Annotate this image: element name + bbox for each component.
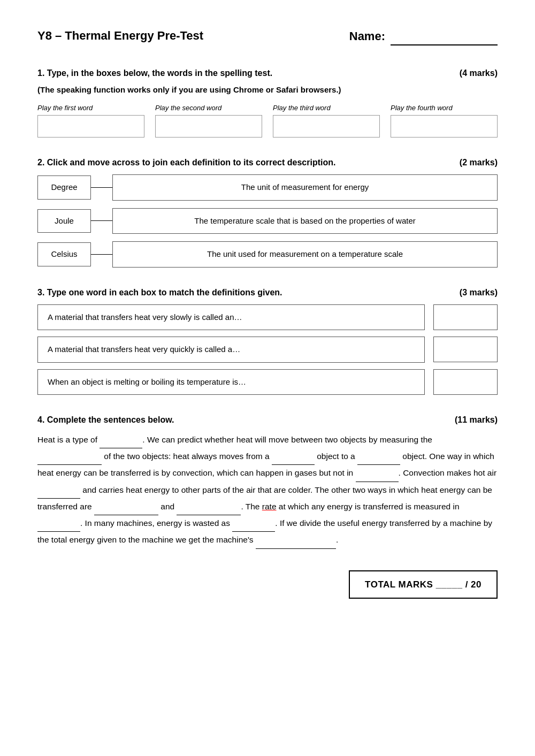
fill-prompt-2: A material that transfers heat very quic… [37, 337, 425, 363]
name-field: Name: [349, 27, 498, 45]
matching-container: Degree The unit of measurement for energ… [37, 174, 498, 268]
q1-number: 1. [37, 68, 44, 78]
match-definition-1: The unit of measurement for energy [112, 174, 498, 201]
blank-6 [37, 482, 80, 499]
blank-7 [94, 499, 158, 515]
q2-number: 2. [37, 158, 44, 167]
match-connector-1 [91, 187, 112, 188]
spelling-label-3: Play the third word [273, 103, 331, 113]
question-1: 1. Type, in the boxes below, the words i… [37, 67, 498, 138]
page-header: Y8 – Thermal Energy Pre-Test Name: [37, 27, 498, 45]
spelling-word-1: Play the first word [37, 103, 144, 138]
spelling-input-1[interactable] [37, 115, 144, 138]
q2-instruction-text: Click and move across to join each defin… [47, 158, 336, 167]
q2-title: 2. Click and move across to join each de… [37, 156, 498, 169]
question-3: 3. Type one word in each box to match th… [37, 286, 498, 395]
match-definition-2: The temperature scale that is based on t… [112, 208, 498, 234]
q1-instruction: 1. Type, in the boxes below, the words i… [37, 67, 272, 80]
blank-8 [177, 499, 241, 515]
q1-title: 1. Type, in the boxes below, the words i… [37, 67, 498, 80]
q2-marks: (2 marks) [460, 156, 498, 169]
blank-3 [272, 448, 315, 465]
blank-5 [356, 465, 399, 482]
fill-rows: A material that transfers heat very slow… [37, 304, 498, 395]
fill-prompt-1: A material that transfers heat very slow… [37, 304, 425, 331]
fill-answer-2[interactable] [433, 337, 498, 362]
spelling-label-2: Play the second word [155, 103, 221, 113]
blank-10 [232, 515, 275, 532]
rate-word: rate [262, 502, 277, 511]
fill-prompt-3: When an object is melting or boiling its… [37, 369, 425, 395]
spelling-boxes: Play the first word Play the second word… [37, 103, 498, 138]
q3-instruction: 3. Type one word in each box to match th… [37, 286, 282, 299]
q3-instruction-text: Type one word in each box to match the d… [47, 288, 282, 297]
q1-marks: (4 marks) [460, 67, 498, 80]
page-title: Y8 – Thermal Energy Pre-Test [37, 27, 203, 44]
fill-answer-1[interactable] [433, 304, 498, 330]
q3-number: 3. [37, 288, 44, 297]
match-connector-3 [91, 254, 112, 255]
blank-9 [37, 515, 80, 532]
total-marks-box: TOTAL MARKS _____ / 20 [349, 570, 498, 599]
spelling-label-1: Play the first word [37, 103, 93, 113]
q3-marks: (3 marks) [460, 286, 498, 299]
q4-title: 4. Complete the sentences below. (11 mar… [37, 414, 498, 426]
fill-row-2: A material that transfers heat very quic… [37, 337, 498, 363]
blank-2 [37, 448, 102, 465]
matching-row-1: Degree The unit of measurement for energ… [37, 174, 498, 201]
sentence-text: Heat is a type of . We can predict wheth… [37, 435, 496, 544]
name-label: Name: [349, 27, 385, 45]
sentence-block: Heat is a type of . We can predict wheth… [37, 432, 498, 549]
q2-instruction: 2. Click and move across to join each de… [37, 156, 335, 169]
total-marks-container: TOTAL MARKS _____ / 20 [37, 570, 498, 599]
q4-instruction: 4. Complete the sentences below. [37, 414, 174, 426]
match-term-2[interactable]: Joule [37, 209, 91, 233]
spelling-word-4: Play the fourth word [391, 103, 498, 138]
q4-number: 4. [37, 415, 44, 424]
spelling-input-3[interactable] [273, 115, 380, 138]
fill-answer-3[interactable] [433, 369, 498, 395]
q3-title: 3. Type one word in each box to match th… [37, 286, 498, 299]
spelling-label-4: Play the fourth word [391, 103, 453, 113]
blank-4 [357, 448, 400, 465]
spelling-input-2[interactable] [155, 115, 262, 138]
match-term-1[interactable]: Degree [37, 175, 91, 200]
spelling-word-3: Play the third word [273, 103, 380, 138]
spelling-input-4[interactable] [391, 115, 498, 138]
blank-11 [256, 532, 336, 548]
q4-marks: (11 marks) [455, 414, 498, 426]
matching-row-2: Joule The temperature scale that is base… [37, 208, 498, 234]
matching-row-3: Celsius The unit used for measurement on… [37, 241, 498, 268]
fill-row-1: A material that transfers heat very slow… [37, 304, 498, 331]
question-2: 2. Click and move across to join each de… [37, 156, 498, 268]
fill-row-3: When an object is melting or boiling its… [37, 369, 498, 395]
question-4: 4. Complete the sentences below. (11 mar… [37, 414, 498, 549]
match-definition-3: The unit used for measurement on a tempe… [112, 241, 498, 268]
name-underline-line [391, 27, 498, 45]
spelling-word-2: Play the second word [155, 103, 262, 138]
match-connector-2 [91, 220, 112, 221]
q1-subtitle: (The speaking function works only if you… [37, 84, 498, 96]
blank-1 [100, 432, 142, 448]
match-term-3[interactable]: Celsius [37, 242, 91, 266]
q1-instruction-text: Type, in the boxes below, the words in t… [47, 68, 272, 78]
q4-instruction-text: Complete the sentences below. [47, 415, 174, 424]
